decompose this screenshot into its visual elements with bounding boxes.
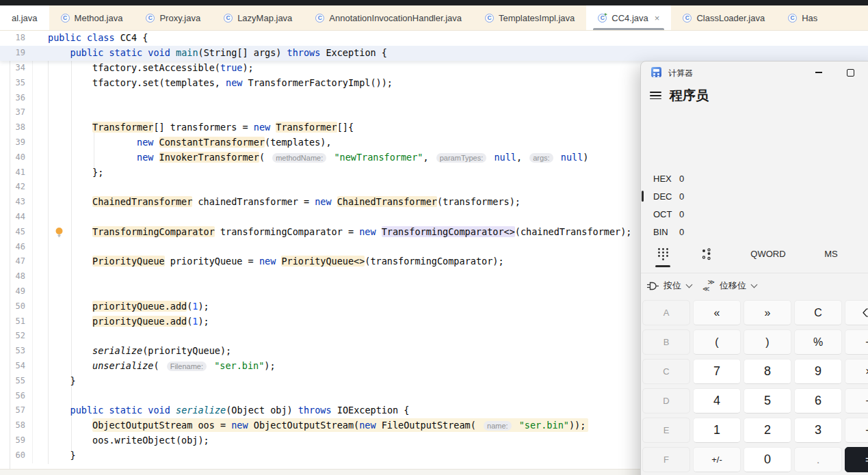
tab-method-java[interactable]: CMethod.java	[49, 5, 135, 30]
close-icon[interactable]: ×	[655, 14, 660, 23]
tab-annotationinvocationhandler-java[interactable]: CAnnotationInvocationHandler.java	[304, 5, 473, 30]
class-icon: C	[683, 14, 692, 23]
digit-key-0[interactable]: 0	[744, 447, 791, 472]
memory-button[interactable]: M	[864, 243, 868, 264]
radix-label: BIN	[653, 227, 678, 237]
code-text: new InvokerTransformer( methodName: "new…	[48, 150, 588, 165]
calculator-window[interactable]: 计算器 程序员 HEX0DEC0OCT0BIN0	[640, 61, 868, 475]
radix-row-bin[interactable]: BIN0	[641, 223, 868, 241]
digit-key-6[interactable]: 6	[794, 388, 842, 413]
radix-label: OCT	[653, 209, 678, 219]
line-number: 48	[0, 269, 25, 284]
line-number: 42	[0, 180, 25, 195]
tab-al-java[interactable]: al.java	[0, 5, 49, 30]
selected-radix-indicator	[642, 191, 644, 202]
maximize-button[interactable]	[835, 62, 865, 83]
full-keypad-toggle-icon[interactable]	[653, 245, 672, 264]
bit-toggle-keypad-icon[interactable]	[697, 245, 716, 264]
radix-row-oct[interactable]: OCT0	[641, 205, 868, 223]
hamburger-menu-icon[interactable]	[650, 92, 661, 100]
divide-key[interactable]: ÷	[845, 329, 868, 355]
minus-key[interactable]: −	[845, 388, 868, 413]
digit-key-5[interactable]: 5	[744, 388, 791, 413]
line-number: 45	[0, 225, 25, 240]
radix-value: 0	[679, 191, 684, 202]
percent-key[interactable]: %	[794, 329, 842, 355]
backspace-icon	[863, 308, 868, 317]
code-text: TransformingComparator transformingCompa…	[48, 225, 631, 240]
tab-has[interactable]: CHas	[776, 5, 829, 30]
keypad-toggle-row[interactable]: QWORD MS M	[641, 241, 868, 269]
plus-key[interactable]: +	[845, 418, 868, 443]
calculator-title-bar[interactable]: 计算器	[641, 62, 868, 83]
code-text: Transformer[] transformers = new Transfo…	[48, 120, 354, 135]
keypad-toggle-selected-indicator	[655, 265, 670, 267]
code-line-18[interactable]: 18public class CC4 {	[0, 31, 868, 46]
code-text: ObjectOutputStream oos = new ObjectOutpu…	[48, 418, 588, 433]
negate-key[interactable]: +/-	[693, 447, 741, 472]
close-paren-key[interactable]: )	[744, 329, 791, 355]
shift-left-key[interactable]: «	[693, 300, 741, 325]
radix-label: HEX	[653, 174, 678, 184]
line-number: 43	[0, 195, 25, 210]
tab-classloader-java[interactable]: CClassLoader.java	[671, 5, 776, 30]
code-text: }	[48, 448, 76, 463]
bitshift-dropdown[interactable]: ≫≪ 位移位	[702, 276, 757, 295]
code-text: oos.writeObject(obj);	[48, 433, 209, 448]
radix-panel[interactable]: HEX0DEC0OCT0BIN0	[641, 169, 868, 241]
equals-key[interactable]: =	[845, 447, 868, 472]
clear-key[interactable]: C	[794, 300, 842, 325]
digit-key-2[interactable]: 2	[744, 418, 791, 443]
chevron-down-icon	[751, 282, 758, 288]
digit-key-7[interactable]: 7	[693, 359, 741, 384]
editor-tab-bar[interactable]: al.javaCMethod.javaCProxy.javaCLazyMap.j…	[0, 5, 868, 31]
open-paren-key[interactable]: (	[693, 329, 741, 355]
tab-label: ClassLoader.java	[696, 13, 765, 23]
tab-proxy-java[interactable]: CProxy.java	[134, 5, 212, 30]
minimize-button[interactable]	[804, 62, 834, 83]
radix-label: DEC	[653, 191, 678, 202]
calculator-mode-title: 程序员	[670, 87, 709, 105]
digit-key-8[interactable]: 8	[744, 359, 791, 384]
radix-value: 0	[679, 209, 684, 219]
word-size-button[interactable]: QWORD	[745, 243, 791, 264]
sticky-lines-panel[interactable]: 18public class CC4 {19 public static voi…	[0, 31, 868, 61]
minimize-icon	[815, 72, 822, 72]
line-number: 44	[0, 210, 25, 225]
maximize-icon	[847, 69, 854, 77]
code-text: ChainedTransformer chainedTransformer = …	[48, 195, 521, 210]
code-text: tfactory.set(templates, new TransformerF…	[48, 76, 393, 91]
decimal-key: .	[794, 447, 842, 472]
tab-label: al.java	[12, 13, 38, 23]
memory-store-button[interactable]: MS	[813, 243, 849, 264]
radix-row-dec[interactable]: DEC0	[641, 187, 868, 205]
line-number: 37	[0, 105, 25, 120]
digit-key-3[interactable]: 3	[794, 418, 842, 443]
tab-cc4-java[interactable]: CCC4.java×	[586, 5, 671, 30]
digit-key-9[interactable]: 9	[794, 359, 842, 384]
code-line-19[interactable]: 19 public static void main(String[] args…	[0, 46, 868, 61]
line-number: 41	[0, 165, 25, 180]
multiply-key[interactable]: ×	[845, 359, 868, 384]
backspace-key[interactable]	[845, 300, 868, 325]
tab-lazymap-java[interactable]: CLazyMap.java	[212, 5, 304, 30]
line-number: 39	[0, 135, 25, 150]
calculator-keypad[interactable]: A«»CB()%÷C789×D456−E123+F+/-0.=	[642, 300, 868, 472]
shift-right-key[interactable]: »	[744, 300, 791, 325]
line-number: 36	[0, 91, 25, 106]
code-text: }	[48, 374, 76, 389]
bit-shift-icon: ≫≪	[702, 280, 715, 291]
tab-label: CC4.java	[611, 13, 648, 23]
line-number: 35	[0, 76, 25, 91]
digit-key-4[interactable]: 4	[693, 388, 741, 413]
digit-key-1[interactable]: 1	[693, 418, 741, 443]
hex-key-e: E	[642, 418, 690, 443]
logic-gate-icon	[647, 281, 659, 291]
code-text: PriorityQueue priorityQueue = new Priori…	[48, 254, 504, 269]
tab-label: AnnotationInvocationHandler.java	[329, 13, 462, 23]
class-icon: C	[788, 14, 797, 23]
tab-templatesimpl-java[interactable]: CTemplatesImpl.java	[473, 5, 586, 30]
bit-operations-row[interactable]: 按位 ≫≪ 位移位	[641, 276, 868, 297]
radix-row-hex[interactable]: HEX0	[641, 169, 868, 187]
bitwise-dropdown[interactable]: 按位	[647, 276, 692, 295]
